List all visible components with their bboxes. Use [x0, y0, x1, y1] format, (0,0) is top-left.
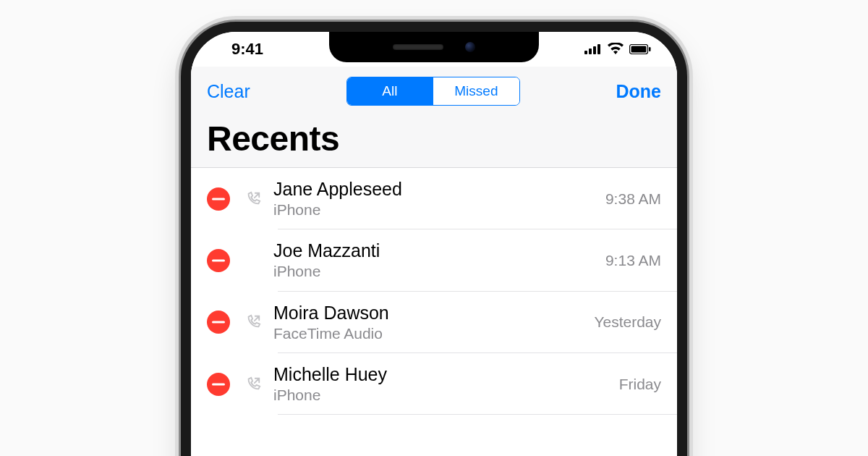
battery-icon	[629, 40, 651, 59]
done-button[interactable]: Done	[616, 81, 662, 102]
call-name: Jane Appleseed	[273, 178, 597, 200]
svg-rect-3	[597, 44, 600, 54]
front-camera	[465, 42, 475, 52]
delete-row-button[interactable]	[207, 249, 230, 272]
call-time: Friday	[619, 376, 661, 393]
call-time: 9:38 AM	[605, 190, 661, 208]
call-time: Yesterday	[594, 313, 661, 331]
wifi-icon	[608, 40, 624, 59]
call-label: iPhone	[273, 261, 597, 281]
recents-header: Clear All Missed Done Recents	[191, 67, 677, 168]
phone-frame: 9:41 Clear All Missed Don	[181, 22, 687, 456]
delete-row-button[interactable]	[207, 187, 230, 211]
recents-list[interactable]: Jane Appleseed iPhone 9:38 AM Joe Mazzan…	[191, 168, 677, 415]
delete-row-button[interactable]	[207, 373, 230, 396]
segment-all[interactable]: All	[347, 77, 433, 105]
call-label: iPhone	[273, 200, 597, 219]
delete-row-button[interactable]	[207, 311, 230, 334]
call-name: Michelle Huey	[273, 363, 610, 385]
outgoing-call-icon	[243, 314, 263, 330]
segment-missed[interactable]: Missed	[433, 77, 519, 105]
earpiece-speaker	[393, 44, 443, 50]
call-time: 9:13 AM	[605, 252, 661, 269]
outgoing-call-icon	[243, 376, 263, 392]
call-name: Joe Mazzanti	[273, 240, 597, 261]
cellular-signal-icon	[584, 40, 602, 59]
call-row[interactable]: Michelle Huey iPhone Friday	[191, 353, 677, 415]
svg-rect-2	[593, 46, 596, 54]
call-row[interactable]: Jane Appleseed iPhone 9:38 AM	[191, 168, 677, 229]
svg-rect-1	[589, 48, 592, 54]
page-title: Recents	[207, 119, 661, 159]
call-label: iPhone	[273, 385, 610, 405]
svg-rect-0	[584, 51, 587, 54]
call-label: FaceTime Audio	[273, 324, 585, 343]
svg-rect-5	[631, 46, 647, 53]
call-name: Moira Dawson	[273, 302, 585, 324]
call-row[interactable]: Joe Mazzanti iPhone 9:13 AM	[191, 229, 677, 291]
status-time: 9:41	[217, 40, 263, 59]
notch	[329, 32, 539, 62]
outgoing-call-icon	[243, 191, 263, 207]
clear-button[interactable]: Clear	[207, 81, 250, 102]
call-row[interactable]: Moira Dawson FaceTime Audio Yesterday	[191, 292, 677, 353]
svg-rect-6	[649, 47, 651, 51]
filter-segmented-control[interactable]: All Missed	[346, 77, 520, 106]
screen: 9:41 Clear All Missed Don	[191, 32, 677, 456]
